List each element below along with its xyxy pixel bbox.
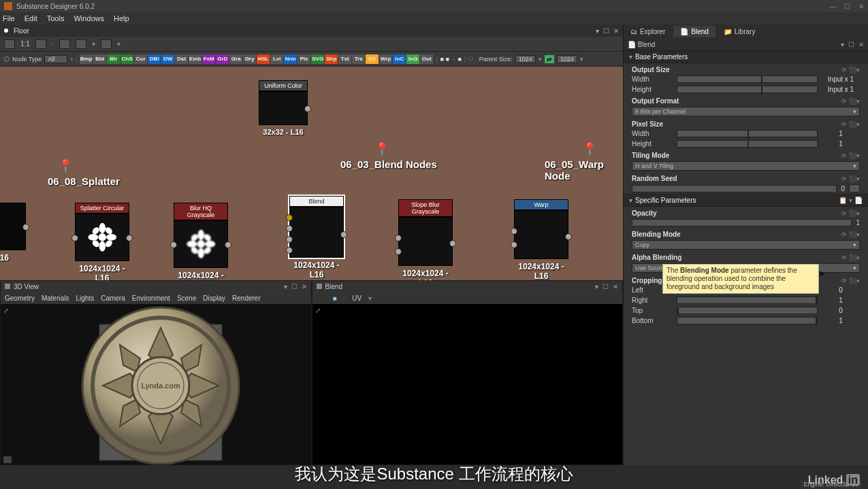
node-warp[interactable]: Warp 1024x1024 - L16 (514, 199, 568, 280)
node-chip[interactable]: Bmp (80, 54, 93, 64)
section-specific-parameters[interactable]: ▾Specific Parameters📋 ▾ 📄 (624, 194, 868, 207)
node-chip[interactable]: DW (161, 54, 174, 64)
node-blur-hq-1[interactable]: Blur HQ Grayscale 1024x1024 - L16 (174, 203, 228, 280)
tab-library[interactable]: 📁Library (717, 26, 762, 37)
group-pixel-size: Pixel Size⟳ ⬛▾ (624, 118, 868, 129)
node-chip[interactable]: Emb (189, 54, 202, 64)
search-icon[interactable] (4, 56, 10, 62)
node-slope-blur[interactable]: Slope Blur Grayscale 1024x1024 - L16 (398, 199, 453, 280)
parentsize-h[interactable]: 1024 (557, 55, 577, 63)
menu-windows[interactable]: Windows (74, 14, 104, 22)
menu-scene[interactable]: Scene (177, 294, 196, 302)
node-uniform-color[interactable]: Uniform Color 32x32 - L16 (259, 80, 308, 136)
lasso-icon[interactable] (59, 39, 70, 49)
title-bar: Substance Designer 6.0.2 — ☐ ✕ (0, 0, 868, 12)
node-chip[interactable]: DBl (148, 54, 161, 64)
node-chip[interactable]: GrD (216, 54, 229, 64)
node-chip[interactable]: InG (406, 54, 419, 64)
node-chip[interactable]: Shp (325, 54, 338, 64)
panel-2d-view: Blend ▾☐✕ ■ · UV ▾ ⤢ (312, 280, 624, 465)
node-chip[interactable]: Blr (107, 54, 120, 64)
node-chip[interactable]: Txt (338, 54, 351, 64)
swap-icon[interactable] (101, 39, 112, 49)
crop-bottom-slider[interactable] (677, 317, 818, 324)
tab-explorer[interactable]: 🗂Explorer (624, 26, 672, 37)
cube-icon (5, 284, 10, 289)
node-chip[interactable]: Wrp (379, 54, 392, 64)
node-chip[interactable]: HSL (257, 54, 270, 64)
menu-tools[interactable]: Tools (47, 14, 65, 22)
axis-icon[interactable] (3, 456, 12, 463)
tab-blend[interactable]: 📄Blend (673, 26, 716, 37)
px-width-slider[interactable] (677, 130, 818, 137)
panel-menu-icon[interactable]: ▾ (596, 27, 599, 35)
parentsize-w[interactable]: 1024 (515, 55, 536, 63)
node-chip[interactable]: FxM (202, 54, 215, 64)
crop-right-slider[interactable] (677, 297, 818, 304)
uv-toggle[interactable]: UV (352, 294, 361, 302)
tiling-dropdown[interactable]: H and V Tiling▾ (632, 161, 860, 171)
expand-icon[interactable]: ⤢ (3, 307, 9, 314)
blending-mode-dropdown[interactable]: Copy▾ (632, 240, 860, 250)
node-blend[interactable]: Blend 1024x1024 - L16 (289, 196, 344, 280)
menu-file[interactable]: File (3, 14, 15, 22)
viewport-3d[interactable]: Lynda.com ⤢ (1, 304, 311, 465)
node-chip[interactable]: Clr (366, 54, 379, 64)
node-chip[interactable]: ChS (120, 54, 133, 64)
row-height: Height Input x 1 (624, 84, 868, 95)
crop-top-slider[interactable] (677, 307, 818, 314)
expand-icon[interactable]: ⤢ (315, 307, 321, 314)
node-chip[interactable]: InC (393, 54, 406, 64)
panel-close-icon[interactable]: ✕ (613, 27, 619, 35)
graph-canvas[interactable]: 📍 06_08_Splatter 📍 06_03_Blend Nodes 📍 0… (0, 67, 623, 280)
menu-display[interactable]: Display (203, 294, 225, 302)
node-chip[interactable]: Out (420, 54, 433, 64)
node-chip[interactable]: Lvl (270, 54, 283, 64)
minimize-icon[interactable]: — (829, 3, 836, 10)
node-edge[interactable]: - L16 (0, 203, 26, 263)
opacity-slider[interactable] (632, 219, 852, 226)
status-dot-icon (4, 29, 8, 33)
menu-geometry[interactable]: Geometry (5, 294, 35, 302)
paint-icon[interactable] (76, 39, 86, 49)
zoom-scale[interactable]: 1:1 (20, 40, 30, 48)
node-chip[interactable]: Trs (352, 54, 365, 64)
menu-lights[interactable]: Lights (76, 294, 94, 302)
node-chip[interactable]: Plx (298, 54, 310, 64)
tool-icon[interactable] (35, 39, 46, 49)
menu-environment[interactable]: Environment (132, 294, 170, 302)
node-chip[interactable]: SVG (311, 54, 324, 64)
nodetype-dropdown[interactable]: All (44, 55, 67, 63)
maximize-icon[interactable]: ☐ (844, 3, 850, 10)
menu-camera[interactable]: Camera (101, 294, 125, 302)
panel-max-icon[interactable]: ☐ (603, 27, 609, 35)
seed-button[interactable] (849, 184, 860, 192)
node-chip[interactable]: Gra (229, 54, 242, 64)
node-chip[interactable]: Nrm (284, 54, 297, 64)
output-format-dropdown[interactable]: 8 Bits per Channel▾ (632, 107, 860, 116)
viewport-2d[interactable]: ⤢ (312, 304, 623, 465)
zoom-fit-button[interactable] (4, 39, 15, 49)
width-slider[interactable] (677, 75, 818, 83)
close-icon[interactable]: ✕ (858, 3, 864, 10)
panel-2d-title: Blend (325, 283, 343, 290)
node-splatter-circular[interactable]: Splatter Circular 1024x1024 - L16 (75, 203, 129, 280)
node-chip[interactable]: Gry (243, 54, 256, 64)
menu-renderer[interactable]: Renderer (232, 294, 261, 302)
row-width: Width Input x 1 (624, 74, 868, 84)
px-height-slider[interactable] (677, 140, 818, 148)
section-base-parameters[interactable]: ▾Base Parameters (624, 50, 868, 63)
height-slider[interactable] (677, 86, 818, 93)
seed-slider[interactable] (632, 185, 837, 192)
menu-help[interactable]: Help (114, 14, 129, 22)
node-title: Blend (289, 196, 344, 207)
graph-tab[interactable]: Floor (14, 27, 29, 35)
node-chip[interactable]: Cur (134, 54, 147, 64)
link-icon[interactable]: ⇄ (545, 55, 554, 63)
graph-panel-header: Floor ▾ ☐ ✕ (0, 24, 623, 37)
node-chip[interactable]: Dst (175, 54, 188, 64)
menu-edit[interactable]: Edit (25, 14, 37, 22)
node-chip[interactable]: Bld (93, 54, 106, 64)
tool-icon[interactable] (317, 294, 326, 302)
menu-materials[interactable]: Materials (42, 294, 69, 302)
